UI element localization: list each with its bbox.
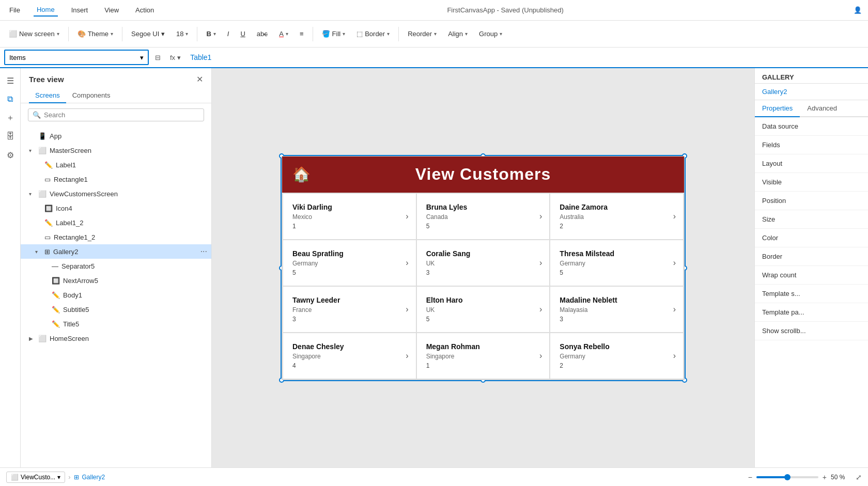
tree-item-title5[interactable]: ✏️ Title5 — [21, 317, 211, 331]
panel-item-fields[interactable]: Fields — [755, 136, 868, 154]
panel-item-color[interactable]: Color — [755, 229, 868, 247]
gallery2-more-button[interactable]: ··· — [200, 247, 207, 256]
gallery-cell-6[interactable]: Tawny Leeder France 3 › — [283, 286, 416, 333]
gallery-cell-1[interactable]: Bruna Lyles Canada 5 › — [416, 193, 550, 240]
tab-screens[interactable]: Screens — [29, 88, 66, 103]
fill-button[interactable]: 🪣 Fill ▾ — [317, 27, 350, 40]
panel-item-wrapcount[interactable]: Wrap count — [755, 266, 868, 285]
tab-properties[interactable]: Properties — [755, 100, 800, 117]
align2-button[interactable]: Align ▾ — [443, 27, 472, 40]
font-dropdown[interactable]: Segoe UI ▾ — [127, 27, 169, 40]
menu-home[interactable]: Home — [34, 4, 58, 17]
align-button[interactable]: ≡ — [295, 27, 308, 40]
cell-arrow-0[interactable]: › — [406, 212, 408, 221]
tree-item-homescreen[interactable]: ▶ ⬜ HomeScreen — [21, 331, 211, 346]
menu-action[interactable]: Action — [132, 4, 157, 16]
sidebar-hamburger-button[interactable]: ☰ — [2, 72, 19, 89]
menu-file[interactable]: File — [6, 4, 23, 16]
theme-button[interactable]: 🎨 Theme ▾ — [73, 27, 118, 40]
tree-item-subtitle5[interactable]: ✏️ Subtitle5 — [21, 302, 211, 317]
tree-item-icon4[interactable]: 🔲 Icon4 — [21, 201, 211, 215]
group-button[interactable]: Group ▾ — [474, 27, 507, 40]
tree-item-rectangle1-2[interactable]: ▭ Rectangle1_2 — [21, 230, 211, 244]
tree-item-body1[interactable]: ✏️ Body1 — [21, 288, 211, 302]
cell-arrow-1[interactable]: › — [539, 212, 542, 221]
formula-value[interactable]: Table1 — [187, 52, 214, 62]
tree-item-label1[interactable]: ✏️ Label1 — [21, 158, 211, 172]
property-dropdown[interactable]: Items ▾ — [4, 50, 149, 65]
panel-item-border[interactable]: Border — [755, 247, 868, 266]
menu-insert[interactable]: Insert — [68, 4, 91, 16]
panel-item-size[interactable]: Size — [755, 210, 868, 229]
tree-close-button[interactable]: ✕ — [196, 74, 203, 84]
fx-button[interactable]: fx ▾ — [167, 52, 184, 64]
font-size-input[interactable]: 18 ▾ — [172, 27, 193, 40]
cell-arrow-4[interactable]: › — [539, 258, 542, 268]
zoom-slider-thumb[interactable] — [784, 474, 791, 480]
panel-item-layout[interactable]: Layout — [755, 154, 868, 173]
cell-arrow-6[interactable]: › — [406, 305, 408, 314]
filter-button[interactable]: ⊟ — [152, 52, 164, 64]
expand-button[interactable]: ⤢ — [856, 473, 862, 481]
gallery-cell-4[interactable]: Coralie Sang UK 3 › — [416, 240, 550, 286]
toolbar: ⬜ New screen ▾ 🎨 Theme ▾ Segoe UI ▾ 18 ▾… — [0, 21, 868, 48]
reorder-button[interactable]: Reorder ▾ — [403, 27, 441, 40]
panel-item-templatep[interactable]: Template pa... — [755, 303, 868, 322]
zoom-plus-button[interactable]: + — [823, 473, 827, 481]
cell-arrow-5[interactable]: › — [673, 258, 676, 268]
cell-info-3: Beau Spratling Germany 5 — [292, 249, 406, 276]
tab-advanced[interactable]: Advanced — [800, 100, 844, 117]
menu-view[interactable]: View — [101, 4, 122, 16]
new-screen-button[interactable]: ⬜ New screen ▾ — [4, 27, 64, 40]
user-icon[interactable]: 👤 — [854, 6, 862, 14]
gallery-breadcrumb[interactable]: ⊞ Gallery2 — [74, 474, 105, 481]
gallery-cell-0[interactable]: Viki Darling Mexico 1 › — [283, 193, 416, 240]
gallery-cell-11[interactable]: Sonya Rebello Germany 2 › — [550, 333, 684, 379]
zoom-minus-button[interactable]: − — [748, 473, 752, 481]
tree-item-gallery2[interactable]: ▾ ⊞ Gallery2 ··· — [21, 244, 211, 259]
cell-arrow-7[interactable]: › — [539, 305, 542, 314]
tree-header: Tree view ✕ — [21, 68, 211, 88]
gallery-cell-8[interactable]: Madaline Neblett Malayasia 3 › — [550, 286, 684, 333]
tree-item-app[interactable]: 📱 App — [21, 129, 211, 143]
bold-button[interactable]: B▾ — [202, 27, 220, 40]
tree-item-separator5[interactable]: — Separator5 — [21, 259, 211, 273]
panel-item-templates[interactable]: Template s... — [755, 285, 868, 303]
cell-arrow-2[interactable]: › — [673, 212, 676, 221]
cell-arrow-3[interactable]: › — [406, 258, 408, 268]
screen-selector[interactable]: ⬜ ViewCusto... ▾ — [6, 472, 65, 483]
label1-label: Label1 — [56, 161, 207, 169]
font-color-button[interactable]: A ▾ — [274, 27, 293, 40]
sidebar-settings-button[interactable]: ⚙ — [2, 147, 19, 163]
tree-item-rectangle1[interactable]: ▭ Rectangle1 — [21, 172, 211, 186]
sidebar-layers-button[interactable]: ⧉ — [2, 91, 19, 107]
tree-item-viewcustomersscreen[interactable]: ▾ ⬜ ViewCustomersScreen — [21, 186, 211, 201]
cell-arrow-11[interactable]: › — [673, 351, 676, 360]
zoom-slider[interactable] — [756, 476, 818, 478]
panel-item-datasource[interactable]: Data source — [755, 117, 868, 136]
strikethrough-button[interactable]: abc̶ — [252, 27, 272, 40]
cell-arrow-10[interactable]: › — [539, 351, 542, 360]
panel-item-position[interactable]: Position — [755, 192, 868, 210]
gallery-cell-9[interactable]: Denae Chesley Singapore 4 › — [283, 333, 416, 379]
sidebar-add-button[interactable]: ＋ — [2, 109, 19, 126]
panel-item-visible[interactable]: Visible — [755, 173, 868, 192]
tree-item-nextarrow5[interactable]: 🔲 NextArrow5 — [21, 273, 211, 288]
italic-button[interactable]: I — [223, 27, 234, 40]
gallery-cell-2[interactable]: Daine Zamora Australia 2 › — [550, 193, 684, 240]
search-input[interactable] — [44, 111, 199, 119]
tree-item-masterscreen[interactable]: ▾ ⬜ MasterScreen — [21, 143, 211, 158]
sidebar-database-button[interactable]: 🗄 — [2, 128, 19, 145]
panel-item-showscroll[interactable]: Show scrollb... — [755, 322, 868, 340]
fill-label: Fill — [332, 30, 341, 38]
cell-arrow-8[interactable]: › — [673, 305, 676, 314]
gallery-cell-3[interactable]: Beau Spratling Germany 5 › — [283, 240, 416, 286]
gallery-cell-10[interactable]: Megan Rohman Singapore 1 › — [416, 333, 550, 379]
gallery-cell-5[interactable]: Thresa Milstead Germany 5 › — [550, 240, 684, 286]
gallery-cell-7[interactable]: Elton Haro UK 5 › — [416, 286, 550, 333]
tree-item-label1-2[interactable]: ✏️ Label1_2 — [21, 215, 211, 230]
underline-button[interactable]: U — [236, 27, 250, 40]
cell-arrow-9[interactable]: › — [406, 351, 408, 360]
tab-components[interactable]: Components — [66, 88, 117, 103]
border-button[interactable]: ⬚ Border ▾ — [352, 27, 394, 40]
